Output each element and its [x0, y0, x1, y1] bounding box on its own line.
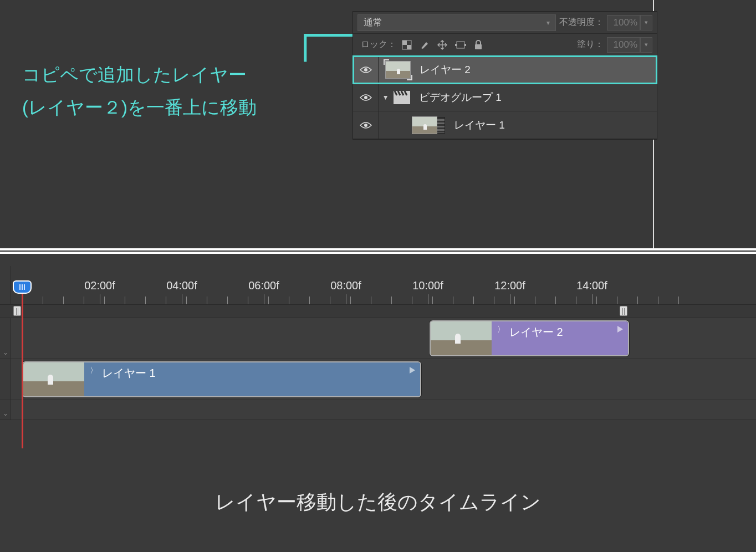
clip-label: レイヤー 2	[509, 325, 563, 340]
opacity-input[interactable]: 100%	[607, 15, 640, 30]
ruler-tick	[637, 297, 638, 304]
svg-point-7	[364, 68, 367, 71]
ruler-tick	[412, 297, 412, 304]
opacity-label: 不透明度：	[559, 17, 604, 28]
layer-name: レイヤー 2	[420, 63, 471, 77]
ruler-tick	[453, 297, 453, 304]
ruler-tick-label: 14:00f	[576, 279, 607, 292]
expand-chevron-icon[interactable]: ▸	[382, 95, 391, 99]
ruler-tick	[535, 297, 535, 304]
ruler-tick	[678, 297, 679, 304]
ruler-tick-label: 10:00f	[412, 279, 443, 292]
playhead[interactable]	[13, 280, 32, 294]
lock-position-icon[interactable]	[437, 40, 447, 50]
fill-dropdown-icon[interactable]: ▾	[640, 37, 652, 53]
svg-point-11	[364, 124, 367, 127]
opacity-dropdown-icon[interactable]: ▾	[640, 15, 652, 30]
ruler-major-tick	[182, 294, 182, 304]
timeline-panel: 02:00f04:00f06:00f08:00f10:00f12:00f14:0…	[0, 266, 756, 449]
svg-rect-5	[464, 44, 466, 46]
ruler-tick-label: 12:00f	[494, 279, 525, 292]
expand-icon[interactable]: 〉	[90, 366, 98, 376]
play-icon	[408, 366, 417, 375]
svg-rect-6	[475, 44, 482, 49]
ruler-tick	[555, 297, 556, 304]
bottom-caption: レイヤー移動した後のタイムライン	[0, 489, 756, 516]
blend-mode-value: 通常	[364, 16, 382, 29]
timeline-clip-layer1[interactable]: 〉 レイヤー 1	[22, 361, 421, 397]
layer-row-videogroup[interactable]: ▸ ビデオグループ 1	[353, 84, 657, 111]
ruler-tick	[658, 297, 658, 304]
ruler-tick	[289, 297, 289, 304]
work-area-end-handle[interactable]	[620, 306, 627, 316]
svg-rect-3	[457, 42, 464, 48]
svg-rect-4	[455, 44, 457, 46]
ruler-tick	[514, 297, 515, 304]
svg-rect-2	[407, 45, 411, 49]
lock-paint-icon[interactable]	[420, 40, 430, 50]
fill-input[interactable]: 100%	[607, 37, 640, 53]
layer-row-layer2[interactable]: レイヤー 2	[353, 56, 657, 84]
blend-mode-select[interactable]: 通常 ▾	[357, 14, 556, 31]
work-area-start-handle[interactable]	[13, 306, 21, 316]
timeline-clip-layer2[interactable]: 〉 レイヤー 2	[430, 320, 629, 356]
timeline-track[interactable]: 〉 レイヤー 1	[0, 359, 756, 400]
ruler-tick	[145, 297, 146, 304]
ruler-gutter	[0, 266, 11, 304]
ruler-tick	[125, 297, 125, 304]
ruler-tick	[104, 297, 105, 304]
annotation-text: コピペで追加したレイヤー (レイヤー２)を一番上に移動	[22, 58, 257, 124]
annotation-line2: (レイヤー２)を一番上に移動	[22, 91, 257, 124]
lock-artboard-icon[interactable]	[455, 40, 466, 50]
svg-rect-9	[394, 95, 410, 104]
track-gutter[interactable]: ⌄	[0, 400, 11, 420]
ruler-tick-label: 04:00f	[166, 279, 197, 292]
visibility-toggle-icon[interactable]	[360, 93, 372, 102]
ruler-tick	[207, 297, 207, 304]
ruler-tick	[43, 297, 43, 304]
ruler-major-tick	[346, 294, 346, 304]
ruler-major-tick	[264, 294, 264, 304]
layer-thumbnail	[385, 61, 411, 79]
chevron-down-icon: ▾	[546, 19, 550, 27]
video-group-icon	[394, 91, 410, 104]
svg-point-8	[364, 96, 367, 99]
layer-name: ビデオグループ 1	[419, 90, 502, 105]
ruler-tick	[596, 297, 597, 304]
ruler-tick	[330, 297, 330, 304]
lock-all-icon[interactable]	[474, 40, 483, 50]
visibility-toggle-icon[interactable]	[360, 121, 372, 130]
clip-label: レイヤー 1	[102, 366, 156, 381]
ruler-tick	[186, 297, 187, 304]
ruler-tick	[248, 297, 248, 304]
fill-label: 塗り：	[577, 39, 604, 50]
ruler-tick	[494, 297, 494, 304]
timeline-track[interactable]: ⌄ 〉 レイヤー 2	[0, 318, 756, 359]
clip-thumbnail	[23, 362, 84, 396]
lock-label: ロック：	[361, 39, 396, 50]
layers-panel-lock-row: ロック： 塗り： 100% ▾	[353, 34, 657, 56]
timeline-ruler[interactable]: 02:00f04:00f06:00f08:00f10:00f12:00f14:0…	[0, 266, 756, 305]
svg-rect-1	[402, 40, 407, 45]
layers-panel: 通常 ▾ 不透明度： 100% ▾ ロック：	[353, 11, 657, 140]
ruler-tick	[371, 297, 371, 304]
layer-thumbnail	[412, 116, 437, 134]
timeline-track-empty[interactable]: ⌄	[0, 400, 756, 420]
track-gutter[interactable]: ⌄	[0, 318, 11, 359]
layer-row-layer1[interactable]: レイヤー 1	[353, 111, 657, 139]
lock-transparent-icon[interactable]	[402, 40, 412, 50]
play-icon	[616, 325, 625, 334]
ruler-tick	[473, 297, 474, 304]
ruler-tick	[391, 297, 392, 304]
panel-separator[interactable]	[0, 248, 756, 254]
ruler-tick	[84, 297, 84, 304]
track-gutter[interactable]	[0, 359, 11, 400]
layers-panel-options-row: 通常 ▾ 不透明度： 100% ▾	[353, 12, 657, 34]
ruler-tick-label: 08:00f	[330, 279, 361, 292]
ruler-tick	[63, 297, 64, 304]
annotation-line1: コピペで追加したレイヤー	[22, 58, 257, 91]
work-area-bar[interactable]	[0, 305, 756, 318]
visibility-toggle-icon[interactable]	[360, 65, 372, 74]
expand-icon[interactable]: 〉	[497, 325, 505, 335]
ruler-tick	[166, 297, 166, 304]
